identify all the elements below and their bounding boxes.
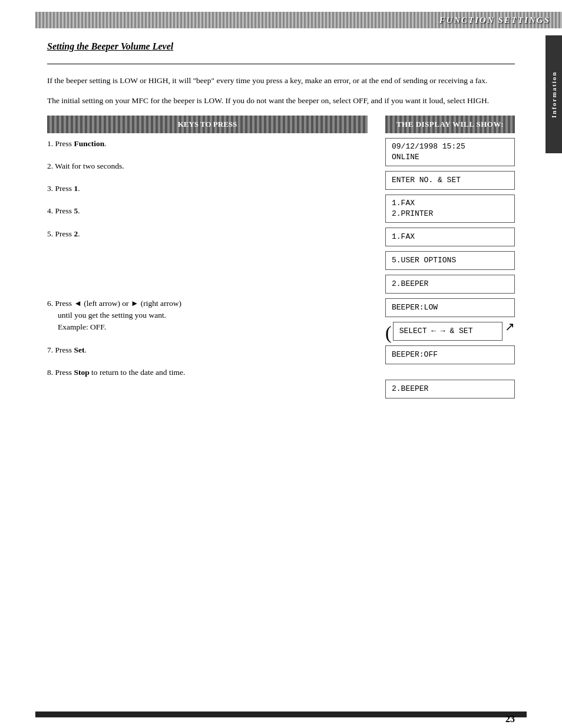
footer-stripe (35, 711, 527, 717)
header-title: FUNCTION SETTINGS (439, 15, 550, 25)
left-col-header: KEYS TO PRESS (47, 116, 368, 133)
display-box-2beeper: 2.BEEPER (385, 275, 515, 294)
step-3-text: Press 1. (55, 184, 80, 193)
display-fax-printer-1: 1.FAX (392, 198, 415, 209)
step-7-text: Press Set. (55, 345, 87, 354)
step-1: 1. Press Function. (47, 138, 368, 150)
step-5-bold: 2 (74, 229, 78, 238)
left-column: KEYS TO PRESS 1. Press Function. 2. Wait… (47, 116, 373, 404)
instruction-area: KEYS TO PRESS 1. Press Function. 2. Wait… (47, 116, 515, 404)
step-7: 7. Press Set. (47, 344, 368, 356)
step-6-right-arrow: ► (131, 299, 138, 308)
display-line-online: ONLINE (392, 152, 419, 163)
step-6-line2: until you get the setting you want. (58, 311, 166, 319)
main-content: Setting the Beeper Volume Level If the b… (0, 41, 562, 427)
spacer-step7 (385, 369, 515, 380)
top-header: FUNCTION SETTINGS (0, 0, 562, 35)
right-col-header: THE DISPLAY WILL SHOW: (385, 116, 515, 133)
display-1fax: 1.FAX (392, 232, 415, 242)
bracket-left-icon: ( (385, 323, 392, 342)
section-title: Setting the Beeper Volume Level (47, 41, 515, 52)
right-column: THE DISPLAY WILL SHOW: 09/12/1998 15:25 … (385, 116, 515, 404)
display-box-select: SELECT ← → & SET (393, 322, 503, 341)
display-box-2beeper-step7: 2.BEEPER (385, 380, 515, 398)
step-6-line3: Example: OFF. (58, 322, 106, 331)
step-8-num: 8. (47, 368, 55, 377)
display-box-beeper-off: BEEPER:OFF (385, 345, 515, 364)
side-tab: Information (546, 35, 562, 153)
section-divider (47, 64, 515, 64)
step-6-num: 6. (47, 299, 55, 308)
display-beeper-off: BEEPER:OFF (392, 350, 438, 360)
display-2beeper: 2.BEEPER (392, 279, 428, 289)
step-5: 5. Press 2. (47, 228, 368, 240)
footer: 23 (0, 699, 562, 728)
display-box-enter: ENTER NO. & SET (385, 171, 515, 190)
step-4-num: 4. (47, 206, 55, 215)
display-beeper-low: BEEPER:LOW (392, 302, 438, 313)
display-enter-set: ENTER NO. & SET (392, 175, 461, 186)
step-5-text: Press 2. (55, 229, 80, 238)
spacer-beeper-low (47, 251, 368, 298)
display-fax-printer-2: 2.PRINTER (392, 209, 433, 219)
intro-para-1: If the beeper setting is LOW or HIGH, it… (47, 75, 515, 87)
step-2: 2. Wait for two seconds. (47, 160, 368, 172)
step-6: 6. Press ◄ (left arrow) or ► (right arro… (47, 298, 368, 334)
side-tab-label: Information (550, 71, 557, 117)
step-6-text: Press ◄ (left arrow) or ► (right arrow) (55, 299, 182, 308)
step-3-bold: 1 (74, 184, 78, 193)
step-2-num: 2. (47, 162, 55, 170)
step-8-bold: Stop (74, 368, 89, 377)
curved-arrow-icon: ↗ (505, 319, 515, 334)
step-6-left-arrow: ◄ (74, 299, 81, 308)
page-number: 23 (505, 714, 515, 724)
step-4-text: Press 5. (55, 206, 80, 215)
step-1-bold: Function (74, 139, 104, 148)
select-bracket-row: ( SELECT ← → & SET ↗ (385, 322, 515, 341)
step-8: 8. Press Stop to return to the date and … (47, 367, 368, 378)
display-select: SELECT ← → & SET (399, 326, 473, 337)
step-8-text: Press Stop to return to the date and tim… (55, 368, 186, 377)
display-box-1fax: 1.FAX (385, 228, 515, 246)
display-2beeper-step7: 2.BEEPER (392, 384, 428, 394)
select-box-wrapper: SELECT ← → & SET (393, 322, 503, 341)
header-stripe: FUNCTION SETTINGS (35, 12, 562, 28)
display-box-fax-printer: 1.FAX 2.PRINTER (385, 195, 515, 223)
step-3-num: 3. (47, 184, 55, 193)
display-box-beeper-low: BEEPER:LOW (385, 298, 515, 317)
page: FUNCTION SETTINGS Information Setting th… (0, 0, 562, 728)
step-7-num: 7. (47, 345, 55, 354)
step-5-num: 5. (47, 229, 55, 238)
step-4-bold: 5 (74, 206, 78, 215)
step-4: 4. Press 5. (47, 205, 368, 217)
beeper-select-group: BEEPER:LOW ( SELECT ← → & SET ↗ (385, 298, 515, 341)
intro-para-2: The initial setting on your MFC for the … (47, 95, 515, 107)
step-3: 3. Press 1. (47, 183, 368, 195)
step-6-subdesc: until you get the setting you want. Exam… (47, 309, 368, 334)
step-2-text: Wait for two seconds. (55, 162, 124, 170)
display-user-options: 5.USER OPTIONS (392, 255, 456, 266)
display-box-1: 09/12/1998 15:25 ONLINE (385, 138, 515, 166)
display-box-user-options: 5.USER OPTIONS (385, 251, 515, 270)
step-1-num: 1. (47, 139, 55, 148)
display-line-date: 09/12/1998 15:25 (392, 141, 465, 152)
step-7-bold: Set (74, 345, 84, 354)
step-1-text: Press Function. (55, 139, 107, 148)
